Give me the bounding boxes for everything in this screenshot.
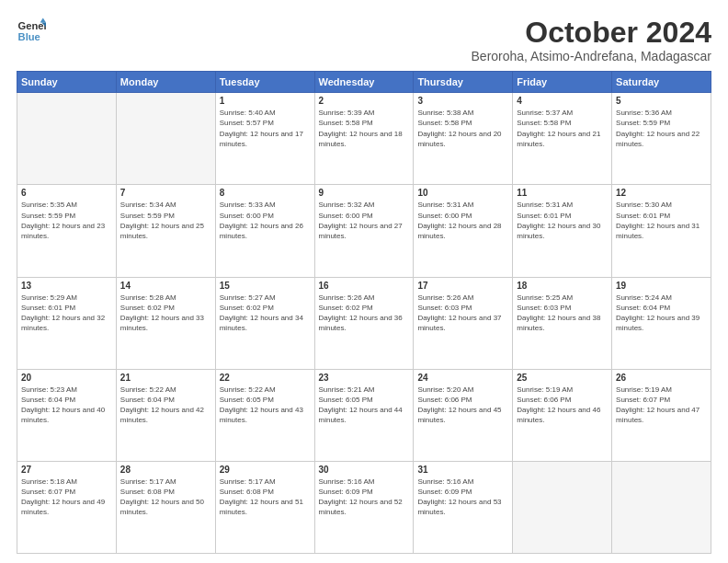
table-row: 14Sunrise: 5:28 AMSunset: 6:02 PMDayligh…	[116, 277, 215, 369]
table-row: 31Sunrise: 5:16 AMSunset: 6:09 PMDayligh…	[414, 461, 513, 553]
day-number: 15	[220, 281, 311, 291]
table-row: 4Sunrise: 5:37 AMSunset: 5:58 PMDaylight…	[513, 93, 612, 185]
day-info: Sunrise: 5:31 AMSunset: 6:01 PMDaylight:…	[517, 200, 608, 241]
main-title: October 2024	[472, 17, 711, 49]
table-row: 17Sunrise: 5:26 AMSunset: 6:03 PMDayligh…	[414, 277, 513, 369]
day-info: Sunrise: 5:19 AMSunset: 6:07 PMDaylight:…	[616, 385, 707, 426]
day-number: 28	[120, 465, 211, 475]
header-thursday: Thursday	[414, 72, 513, 93]
day-info: Sunrise: 5:23 AMSunset: 6:04 PMDaylight:…	[21, 385, 112, 426]
day-number: 17	[417, 281, 508, 291]
day-info: Sunrise: 5:38 AMSunset: 5:58 PMDaylight:…	[417, 108, 508, 149]
logo: General Blue	[17, 17, 46, 46]
calendar-header-row: Sunday Monday Tuesday Wednesday Thursday…	[17, 72, 711, 93]
table-row: 29Sunrise: 5:17 AMSunset: 6:08 PMDayligh…	[215, 461, 314, 553]
table-row: 26Sunrise: 5:19 AMSunset: 6:07 PMDayligh…	[612, 369, 711, 461]
table-row: 18Sunrise: 5:25 AMSunset: 6:03 PMDayligh…	[513, 277, 612, 369]
day-info: Sunrise: 5:17 AMSunset: 6:08 PMDaylight:…	[120, 477, 211, 518]
table-row: 19Sunrise: 5:24 AMSunset: 6:04 PMDayligh…	[612, 277, 711, 369]
svg-text:Blue: Blue	[18, 31, 40, 42]
header: General Blue October 2024 Beroroha, Atsi…	[17, 17, 711, 63]
calendar-week-row: 1Sunrise: 5:40 AMSunset: 5:57 PMDaylight…	[17, 93, 711, 185]
day-number: 1	[220, 96, 311, 106]
day-number: 5	[616, 96, 707, 106]
day-number: 2	[319, 96, 410, 106]
day-number: 22	[220, 373, 311, 383]
table-row: 10Sunrise: 5:31 AMSunset: 6:00 PMDayligh…	[414, 185, 513, 277]
day-info: Sunrise: 5:17 AMSunset: 6:08 PMDaylight:…	[220, 477, 311, 518]
title-block: October 2024 Beroroha, Atsimo-Andrefana,…	[472, 17, 711, 63]
day-number: 8	[220, 188, 311, 198]
table-row: 9Sunrise: 5:32 AMSunset: 6:00 PMDaylight…	[314, 185, 414, 277]
day-info: Sunrise: 5:35 AMSunset: 5:59 PMDaylight:…	[21, 200, 112, 241]
day-info: Sunrise: 5:40 AMSunset: 5:57 PMDaylight:…	[220, 108, 311, 149]
header-wednesday: Wednesday	[314, 72, 414, 93]
day-info: Sunrise: 5:33 AMSunset: 6:00 PMDaylight:…	[220, 200, 311, 241]
day-info: Sunrise: 5:37 AMSunset: 5:58 PMDaylight:…	[517, 108, 608, 149]
table-row: 1Sunrise: 5:40 AMSunset: 5:57 PMDaylight…	[215, 93, 314, 185]
table-row: 28Sunrise: 5:17 AMSunset: 6:08 PMDayligh…	[116, 461, 215, 553]
day-number: 19	[616, 281, 707, 291]
table-row: 11Sunrise: 5:31 AMSunset: 6:01 PMDayligh…	[513, 185, 612, 277]
day-info: Sunrise: 5:39 AMSunset: 5:58 PMDaylight:…	[319, 108, 410, 149]
day-number: 26	[616, 373, 707, 383]
table-row: 25Sunrise: 5:19 AMSunset: 6:06 PMDayligh…	[513, 369, 612, 461]
table-row: 13Sunrise: 5:29 AMSunset: 6:01 PMDayligh…	[17, 277, 117, 369]
day-number: 24	[417, 373, 508, 383]
header-friday: Friday	[513, 72, 612, 93]
day-info: Sunrise: 5:29 AMSunset: 6:01 PMDaylight:…	[21, 293, 112, 334]
calendar-week-row: 20Sunrise: 5:23 AMSunset: 6:04 PMDayligh…	[17, 369, 711, 461]
table-row: 2Sunrise: 5:39 AMSunset: 5:58 PMDaylight…	[314, 93, 414, 185]
day-info: Sunrise: 5:16 AMSunset: 6:09 PMDaylight:…	[319, 477, 410, 518]
day-info: Sunrise: 5:25 AMSunset: 6:03 PMDaylight:…	[517, 293, 608, 334]
calendar-week-row: 6Sunrise: 5:35 AMSunset: 5:59 PMDaylight…	[17, 185, 711, 277]
day-info: Sunrise: 5:22 AMSunset: 6:04 PMDaylight:…	[120, 385, 211, 426]
table-row: 16Sunrise: 5:26 AMSunset: 6:02 PMDayligh…	[314, 277, 414, 369]
day-number: 23	[319, 373, 410, 383]
table-row: 3Sunrise: 5:38 AMSunset: 5:58 PMDaylight…	[414, 93, 513, 185]
table-row: 15Sunrise: 5:27 AMSunset: 6:02 PMDayligh…	[215, 277, 314, 369]
header-saturday: Saturday	[612, 72, 711, 93]
day-info: Sunrise: 5:34 AMSunset: 5:59 PMDaylight:…	[120, 200, 211, 241]
day-number: 13	[21, 281, 112, 291]
day-info: Sunrise: 5:28 AMSunset: 6:02 PMDaylight:…	[120, 293, 211, 334]
day-number: 6	[21, 188, 112, 198]
day-number: 21	[120, 373, 211, 383]
day-number: 10	[417, 188, 508, 198]
header-sunday: Sunday	[17, 72, 117, 93]
table-row: 8Sunrise: 5:33 AMSunset: 6:00 PMDaylight…	[215, 185, 314, 277]
header-monday: Monday	[116, 72, 215, 93]
table-row: 20Sunrise: 5:23 AMSunset: 6:04 PMDayligh…	[17, 369, 117, 461]
table-row: 22Sunrise: 5:22 AMSunset: 6:05 PMDayligh…	[215, 369, 314, 461]
table-row	[513, 461, 612, 553]
table-row: 23Sunrise: 5:21 AMSunset: 6:05 PMDayligh…	[314, 369, 414, 461]
logo-icon: General Blue	[17, 17, 46, 46]
day-info: Sunrise: 5:24 AMSunset: 6:04 PMDaylight:…	[616, 293, 707, 334]
table-row: 6Sunrise: 5:35 AMSunset: 5:59 PMDaylight…	[17, 185, 117, 277]
day-info: Sunrise: 5:32 AMSunset: 6:00 PMDaylight:…	[319, 200, 410, 241]
day-info: Sunrise: 5:26 AMSunset: 6:02 PMDaylight:…	[319, 293, 410, 334]
calendar-week-row: 13Sunrise: 5:29 AMSunset: 6:01 PMDayligh…	[17, 277, 711, 369]
day-number: 3	[417, 96, 508, 106]
day-info: Sunrise: 5:30 AMSunset: 6:01 PMDaylight:…	[616, 200, 707, 241]
table-row: 27Sunrise: 5:18 AMSunset: 6:07 PMDayligh…	[17, 461, 117, 553]
day-info: Sunrise: 5:20 AMSunset: 6:06 PMDaylight:…	[417, 385, 508, 426]
day-info: Sunrise: 5:19 AMSunset: 6:06 PMDaylight:…	[517, 385, 608, 426]
day-number: 20	[21, 373, 112, 383]
day-info: Sunrise: 5:27 AMSunset: 6:02 PMDaylight:…	[220, 293, 311, 334]
day-number: 31	[417, 465, 508, 475]
header-tuesday: Tuesday	[215, 72, 314, 93]
table-row	[612, 461, 711, 553]
table-row: 7Sunrise: 5:34 AMSunset: 5:59 PMDaylight…	[116, 185, 215, 277]
day-number: 29	[220, 465, 311, 475]
day-number: 7	[120, 188, 211, 198]
table-row: 24Sunrise: 5:20 AMSunset: 6:06 PMDayligh…	[414, 369, 513, 461]
table-row	[17, 93, 117, 185]
day-number: 11	[517, 188, 608, 198]
day-info: Sunrise: 5:18 AMSunset: 6:07 PMDaylight:…	[21, 477, 112, 518]
table-row	[116, 93, 215, 185]
table-row: 30Sunrise: 5:16 AMSunset: 6:09 PMDayligh…	[314, 461, 414, 553]
day-number: 14	[120, 281, 211, 291]
day-number: 25	[517, 373, 608, 383]
table-row: 21Sunrise: 5:22 AMSunset: 6:04 PMDayligh…	[116, 369, 215, 461]
